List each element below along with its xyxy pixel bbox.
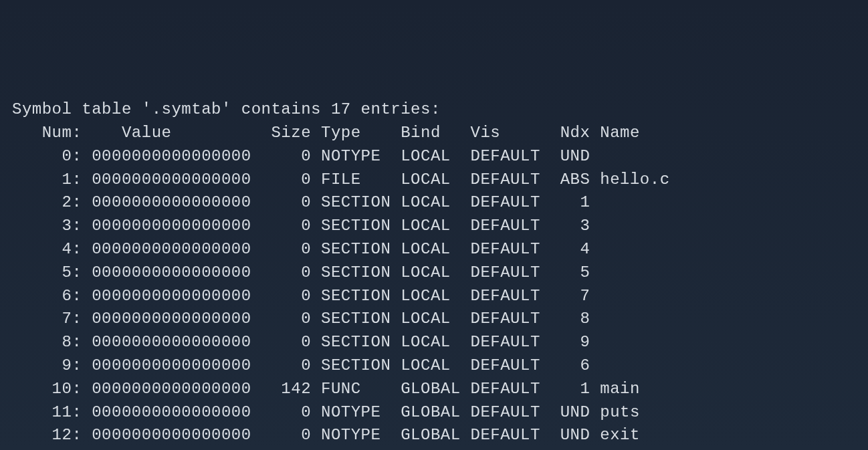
table-row: 1: 0000000000000000 0 FILE LOCAL DEFAULT… — [12, 168, 856, 192]
table-row: 0: 0000000000000000 0 NOTYPE LOCAL DEFAU… — [12, 145, 856, 168]
table-row: 13: 0000000000000000 0 NOTYPE GLOBAL DEF… — [12, 447, 856, 450]
table-row: 8: 0000000000000000 0 SECTION LOCAL DEFA… — [12, 331, 856, 354]
table-row: 9: 0000000000000000 0 SECTION LOCAL DEFA… — [12, 354, 856, 378]
columns-header: Num: Value Size Type Bind Vis Ndx Name — [12, 122, 856, 145]
symbol-table-title: Symbol table '.symtab' contains 17 entri… — [12, 98, 856, 122]
table-row: 3: 0000000000000000 0 SECTION LOCAL DEFA… — [12, 215, 856, 238]
table-row: 12: 0000000000000000 0 NOTYPE GLOBAL DEF… — [12, 424, 856, 447]
table-row: 5: 0000000000000000 0 SECTION LOCAL DEFA… — [12, 261, 856, 285]
table-row: 10: 0000000000000000 142 FUNC GLOBAL DEF… — [12, 378, 856, 401]
table-row: 6: 0000000000000000 0 SECTION LOCAL DEFA… — [12, 285, 856, 308]
symbol-table-rows: 0: 0000000000000000 0 NOTYPE LOCAL DEFAU… — [12, 145, 856, 450]
table-row: 4: 0000000000000000 0 SECTION LOCAL DEFA… — [12, 238, 856, 261]
table-row: 11: 0000000000000000 0 NOTYPE GLOBAL DEF… — [12, 401, 856, 425]
table-row: 2: 0000000000000000 0 SECTION LOCAL DEFA… — [12, 191, 856, 215]
table-row: 7: 0000000000000000 0 SECTION LOCAL DEFA… — [12, 308, 856, 331]
